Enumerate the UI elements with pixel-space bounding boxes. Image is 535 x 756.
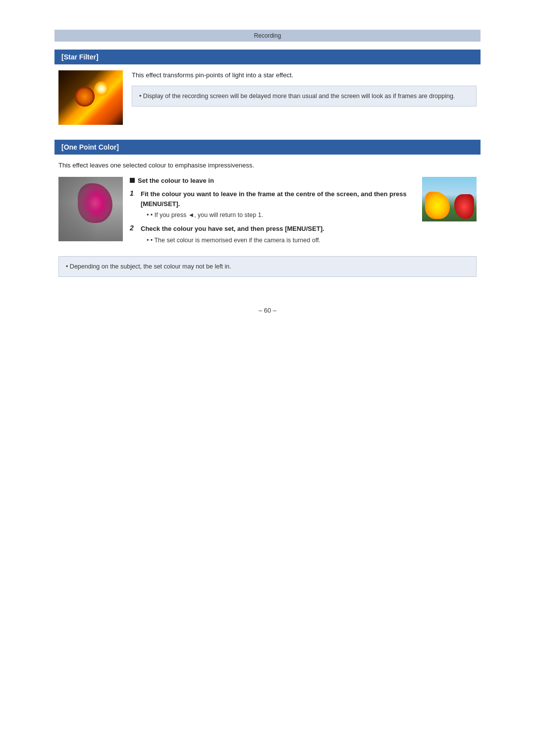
star-filter-title: [Star Filter] [54, 50, 481, 64]
step-2-text: Check the colour you have set, and then … [141, 224, 324, 245]
step-1-number: 1 [130, 189, 137, 197]
one-point-color-section: [One Point Color] This effect leaves one… [54, 140, 481, 277]
step-1-sub: • If you press ◄, you will return to ste… [141, 211, 415, 220]
steps-list: 1 Fit the colour you want to leave in th… [130, 189, 415, 245]
step-2: 2 Check the colour you have set, and the… [130, 224, 415, 245]
star-filter-content: This effect transforms pin-points of lig… [58, 70, 477, 125]
square-bullet-icon [130, 178, 135, 183]
set-colour-heading: Set the colour to leave in [130, 177, 415, 184]
opc-instructions: Set the colour to leave in 1 Fit the col… [130, 177, 415, 249]
header-label: Recording [254, 32, 281, 39]
step-2-sub: • The set colour is memorised even if th… [141, 236, 324, 245]
opc-right-image [422, 177, 477, 221]
header-bar: Recording [54, 30, 481, 42]
step-1-text: Fit the colour you want to leave in the … [141, 189, 415, 220]
step-1: 1 Fit the colour you want to leave in th… [130, 189, 415, 220]
page-number: – 60 – [54, 307, 481, 314]
opc-bottom-note: • Depending on the subject, the set colo… [58, 256, 477, 277]
opc-intro: This effect leaves one selected colour t… [58, 161, 477, 171]
step-2-number: 2 [130, 224, 137, 232]
star-filter-text: This effect transforms pin-points of lig… [132, 70, 477, 107]
opc-content: Set the colour to leave in 1 Fit the col… [58, 177, 477, 249]
star-filter-image [58, 70, 123, 125]
star-filter-note: • Display of the recording screen will b… [132, 86, 477, 107]
star-filter-section: [Star Filter] This effect transforms pin… [54, 50, 481, 125]
one-point-color-title: [One Point Color] [54, 140, 481, 155]
opc-left-image [58, 177, 123, 241]
star-filter-intro: This effect transforms pin-points of lig… [132, 70, 477, 81]
